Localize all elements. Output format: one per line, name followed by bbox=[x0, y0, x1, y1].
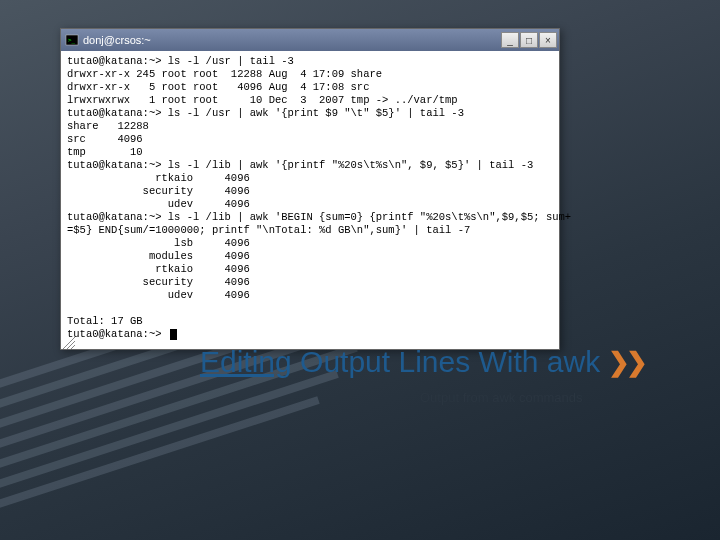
terminal-window: >_ donj@crsos:~ _ □ × tuta0@katana:~> ls… bbox=[60, 28, 560, 350]
window-controls: _ □ × bbox=[501, 32, 557, 48]
slide-heading: Editing Output Lines With awk ❯❯ bbox=[200, 345, 644, 379]
maximize-button[interactable]: □ bbox=[520, 32, 538, 48]
close-button[interactable]: × bbox=[539, 32, 557, 48]
terminal-icon: >_ bbox=[65, 33, 79, 47]
slide-caption: Output from awk commands bbox=[420, 390, 583, 405]
chevron-right-icon: ❯❯ bbox=[608, 347, 644, 378]
heading-underlined-word: Editing bbox=[200, 345, 292, 378]
heading-rest: Output Lines With awk bbox=[292, 345, 600, 378]
window-title: donj@crsos:~ bbox=[83, 34, 501, 46]
svg-line-3 bbox=[67, 341, 75, 349]
terminal-body[interactable]: tuta0@katana:~> ls -l /usr | tail -3 drw… bbox=[61, 51, 559, 349]
svg-text:>_: >_ bbox=[68, 36, 76, 44]
titlebar[interactable]: >_ donj@crsos:~ _ □ × bbox=[61, 29, 559, 51]
maximize-glyph: □ bbox=[526, 35, 532, 46]
close-glyph: × bbox=[545, 35, 551, 46]
svg-line-4 bbox=[71, 345, 75, 349]
resize-grip[interactable] bbox=[63, 335, 75, 347]
minimize-glyph: _ bbox=[507, 35, 513, 46]
cursor bbox=[170, 329, 177, 340]
minimize-button[interactable]: _ bbox=[501, 32, 519, 48]
